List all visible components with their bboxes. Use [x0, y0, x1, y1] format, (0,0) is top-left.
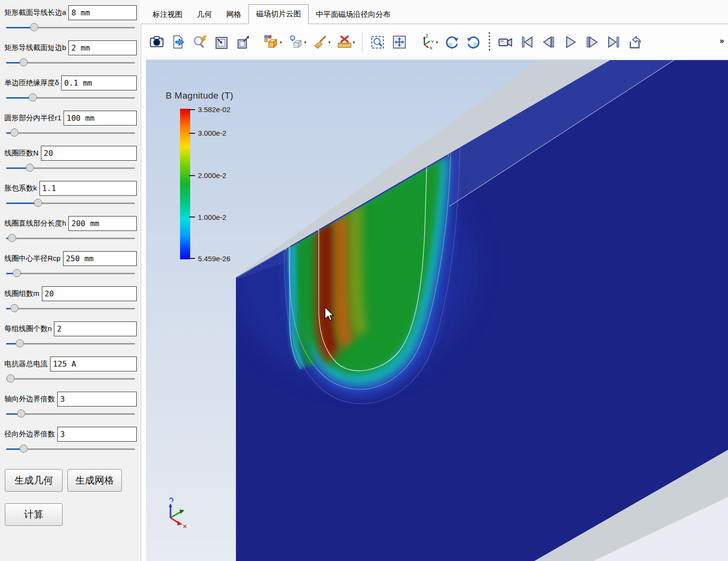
parameter-row: 径向外边界倍数 3	[0, 421, 140, 457]
tick-label: 3.582e-02	[198, 105, 231, 114]
toolbar-icons: ▾▾▾▾ZYX▾	[146, 31, 646, 54]
parameter-slider[interactable]	[5, 231, 136, 245]
parameter-row: 每组线圈个数n 2	[0, 316, 140, 351]
view-orientation-icon[interactable]: ZYX▾	[417, 31, 441, 54]
appearance-icon[interactable]: ▾	[286, 31, 309, 54]
go-first-icon[interactable]	[517, 31, 537, 54]
parameter-slider[interactable]	[5, 302, 136, 315]
dropdown-arrow-icon[interactable]: ▾	[328, 40, 331, 45]
pan-icon[interactable]	[389, 31, 410, 54]
slider-track[interactable]	[6, 273, 135, 274]
parameter-input[interactable]: 3	[57, 427, 137, 442]
slider-thumb[interactable]	[15, 339, 24, 347]
zoom-area-icon[interactable]	[367, 31, 388, 54]
parameter-input[interactable]: 1.1	[39, 181, 137, 196]
slider-thumb[interactable]	[10, 128, 18, 137]
parameter-slider[interactable]	[5, 442, 136, 456]
slider-thumb[interactable]	[13, 269, 21, 277]
parameter-input[interactable]: 8 mm	[68, 5, 137, 20]
go-last-icon[interactable]	[603, 31, 624, 54]
slider-thumb[interactable]	[17, 409, 25, 418]
parameter-slider[interactable]	[5, 372, 136, 385]
slider-track[interactable]	[6, 238, 135, 239]
colorbar-tick: 3.582e-02	[189, 106, 231, 114]
display-style-icon[interactable]: ▾	[261, 31, 285, 54]
parameter-slider[interactable]	[5, 56, 136, 69]
slider-track[interactable]	[6, 308, 135, 309]
delete-dimension-icon[interactable]: ▾	[334, 31, 358, 54]
toolbar-overflow-chevron-icon[interactable]: »	[720, 36, 724, 46]
parameter-input[interactable]: 2	[54, 321, 137, 336]
dropdown-arrow-icon[interactable]: ▾	[353, 40, 355, 45]
slider-thumb[interactable]	[10, 304, 18, 312]
parameter-slider[interactable]	[5, 196, 136, 210]
clean-screen-icon[interactable]: ▾	[310, 31, 333, 54]
parameter-row: 线圈中心半径Rcp 250 mm	[0, 246, 140, 281]
application-window: 矩形截面导线长边a 8 mm 矩形导线截面短边b 2 mm 单边匝绝缘厚度δ 0…	[0, 0, 728, 561]
step-forward-icon[interactable]	[582, 31, 602, 54]
parameter-slider[interactable]	[5, 337, 136, 350]
tab-标注视图[interactable]: 标注视图	[145, 6, 190, 24]
parameter-slider[interactable]	[5, 267, 136, 280]
slider-thumb[interactable]	[34, 199, 42, 207]
parameter-input[interactable]: 20	[42, 286, 137, 301]
rotate-ccw-icon[interactable]	[463, 31, 484, 54]
tab-中平面磁场沿径向分布[interactable]: 中平面磁场沿径向分布	[309, 6, 398, 24]
generate-mesh-button[interactable]: 生成网格	[67, 469, 122, 492]
generate-geometry-button[interactable]: 生成几何	[5, 469, 63, 492]
tab-磁场切片云图[interactable]: 磁场切片云图	[248, 4, 309, 24]
parameter-label: 圆形部分内半径r1	[4, 114, 61, 123]
parameter-slider[interactable]	[5, 161, 136, 175]
parameter-row: 轴向外边界倍数 3	[0, 386, 140, 421]
play-icon[interactable]	[560, 31, 581, 54]
content-frame-border	[141, 24, 141, 561]
slider-track[interactable]	[6, 413, 135, 415]
slider-track[interactable]	[6, 378, 135, 380]
zoom-out-box-icon[interactable]	[233, 31, 254, 54]
colorbar-tick: 1.000e-2	[189, 213, 226, 221]
camera-icon[interactable]	[146, 31, 167, 54]
separator	[362, 32, 363, 52]
parameter-row: 圆形部分内半径r1 100 mm	[0, 105, 140, 140]
parameter-slider[interactable]	[5, 407, 136, 421]
slider-track[interactable]	[6, 132, 135, 134]
dropdown-arrow-icon[interactable]: ▾	[280, 40, 282, 45]
export-image-icon[interactable]	[168, 31, 189, 54]
parameter-slider[interactable]	[5, 91, 136, 104]
step-back-icon[interactable]	[538, 31, 559, 54]
calculate-button[interactable]: 计算	[5, 503, 63, 526]
record-video-icon[interactable]	[495, 31, 516, 54]
tab-几何[interactable]: 几何	[190, 6, 219, 24]
parameter-list: 矩形截面导线长边a 8 mm 矩形导线截面短边b 2 mm 单边匝绝缘厚度δ 0…	[0, 0, 140, 457]
slider-thumb[interactable]	[19, 445, 27, 453]
parameter-input[interactable]: 100 mm	[64, 111, 137, 126]
parameter-input[interactable]: 20	[41, 146, 137, 161]
slider-thumb[interactable]	[28, 93, 37, 102]
colorbar-legend: B Magnitude (T) 3.582e-023.000e-22.000e-…	[166, 90, 267, 268]
parameter-slider[interactable]	[5, 21, 136, 34]
parameter-input[interactable]: 250 mm	[63, 251, 137, 266]
rotate-cw-icon[interactable]	[442, 31, 462, 54]
parameter-input[interactable]: 125 A	[50, 357, 137, 371]
slider-thumb[interactable]	[19, 58, 27, 66]
slider-thumb[interactable]	[8, 234, 16, 242]
slider-track[interactable]	[6, 343, 135, 344]
parameter-row: 单边匝绝缘厚度δ 0.1 mm	[0, 70, 140, 105]
svg-text:Z: Z	[426, 34, 429, 38]
dropdown-arrow-icon[interactable]: ▾	[436, 40, 438, 45]
dropdown-arrow-icon[interactable]: ▾	[304, 40, 307, 45]
zoom-fit-icon[interactable]	[190, 31, 210, 54]
parameter-input[interactable]: 200 mm	[68, 216, 137, 231]
tab-网格[interactable]: 网格	[219, 6, 248, 24]
export-animation-icon[interactable]	[625, 31, 646, 54]
slider-thumb[interactable]	[26, 164, 34, 172]
parameter-slider[interactable]	[5, 126, 136, 140]
parameter-input[interactable]: 2 mm	[68, 40, 137, 55]
parameter-input[interactable]: 3	[57, 392, 137, 407]
parameter-input[interactable]: 0.1 mm	[61, 76, 137, 90]
slider-thumb[interactable]	[6, 374, 14, 382]
3d-viewport[interactable]: B Magnitude (T) 3.582e-023.000e-22.000e-…	[146, 60, 728, 561]
zoom-in-box-icon[interactable]	[211, 31, 232, 54]
slider-thumb[interactable]	[30, 23, 38, 31]
colorbar-tick: 2.000e-2	[189, 172, 226, 179]
